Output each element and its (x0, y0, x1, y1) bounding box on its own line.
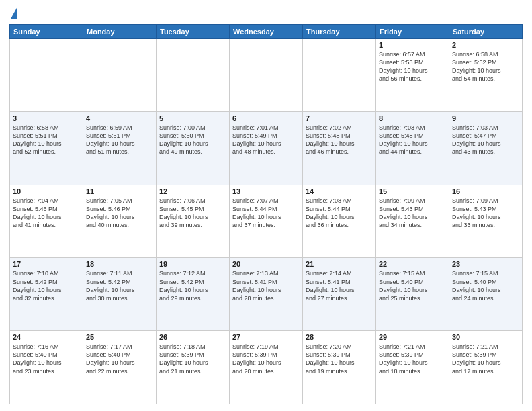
day-info: Sunrise: 6:58 AM Sunset: 5:52 PM Dayligh… (452, 50, 519, 83)
calendar-col-monday: Monday (83, 25, 157, 39)
day-number: 18 (86, 260, 153, 268)
calendar-cell: 26Sunrise: 7:18 AM Sunset: 5:39 PM Dayli… (157, 331, 230, 404)
day-info: Sunrise: 7:08 AM Sunset: 5:44 PM Dayligh… (306, 197, 373, 230)
day-number: 1 (379, 41, 446, 49)
calendar-cell: 23Sunrise: 7:15 AM Sunset: 5:40 PM Dayli… (449, 258, 523, 331)
day-number: 7 (306, 114, 373, 122)
day-info: Sunrise: 7:20 AM Sunset: 5:39 PM Dayligh… (306, 342, 373, 375)
calendar-cell: 7Sunrise: 7:02 AM Sunset: 5:48 PM Daylig… (303, 111, 376, 185)
day-info: Sunrise: 6:59 AM Sunset: 5:51 PM Dayligh… (86, 124, 153, 156)
day-number: 28 (306, 333, 373, 341)
calendar-cell (303, 39, 376, 112)
calendar-cell: 9Sunrise: 7:03 AM Sunset: 5:47 PM Daylig… (449, 111, 523, 185)
day-number: 30 (452, 333, 519, 341)
day-number: 15 (379, 187, 446, 195)
day-number: 24 (13, 333, 80, 341)
calendar-cell (10, 39, 83, 112)
page: SundayMondayTuesdayWednesdayThursdayFrid… (0, 0, 532, 411)
day-info: Sunrise: 7:15 AM Sunset: 5:40 PM Dayligh… (379, 269, 446, 302)
day-info: Sunrise: 7:17 AM Sunset: 5:40 PM Dayligh… (86, 342, 153, 375)
calendar-cell: 19Sunrise: 7:12 AM Sunset: 5:42 PM Dayli… (157, 258, 230, 331)
day-number: 23 (452, 260, 519, 268)
calendar-cell: 21Sunrise: 7:14 AM Sunset: 5:41 PM Dayli… (303, 258, 376, 331)
calendar-week-row: 24Sunrise: 7:16 AM Sunset: 5:40 PM Dayli… (10, 331, 523, 404)
calendar-cell: 16Sunrise: 7:09 AM Sunset: 5:43 PM Dayli… (449, 185, 523, 258)
calendar-cell: 18Sunrise: 7:11 AM Sunset: 5:42 PM Dayli… (83, 258, 157, 331)
calendar-cell: 17Sunrise: 7:10 AM Sunset: 5:42 PM Dayli… (10, 258, 83, 331)
day-info: Sunrise: 7:21 AM Sunset: 5:39 PM Dayligh… (452, 342, 519, 375)
day-info: Sunrise: 7:01 AM Sunset: 5:49 PM Dayligh… (232, 124, 300, 156)
day-number: 22 (379, 260, 446, 268)
day-number: 8 (379, 114, 446, 122)
day-info: Sunrise: 7:00 AM Sunset: 5:50 PM Dayligh… (159, 124, 226, 156)
header (9, 7, 523, 19)
day-number: 21 (306, 260, 373, 268)
day-number: 20 (232, 260, 300, 268)
calendar-week-row: 10Sunrise: 7:04 AM Sunset: 5:46 PM Dayli… (10, 185, 523, 258)
calendar-col-wednesday: Wednesday (230, 25, 303, 39)
day-info: Sunrise: 7:11 AM Sunset: 5:42 PM Dayligh… (86, 269, 153, 302)
day-info: Sunrise: 6:57 AM Sunset: 5:53 PM Dayligh… (379, 50, 446, 83)
calendar-cell: 2Sunrise: 6:58 AM Sunset: 5:52 PM Daylig… (449, 39, 523, 112)
calendar-cell (157, 39, 230, 112)
logo-triangle-icon (11, 7, 17, 19)
calendar-cell: 25Sunrise: 7:17 AM Sunset: 5:40 PM Dayli… (83, 331, 157, 404)
day-info: Sunrise: 7:12 AM Sunset: 5:42 PM Dayligh… (159, 269, 226, 302)
calendar-cell: 30Sunrise: 7:21 AM Sunset: 5:39 PM Dayli… (449, 331, 523, 404)
day-info: Sunrise: 7:13 AM Sunset: 5:41 PM Dayligh… (232, 269, 300, 302)
calendar-col-thursday: Thursday (303, 25, 376, 39)
day-number: 9 (452, 114, 519, 122)
day-info: Sunrise: 7:04 AM Sunset: 5:46 PM Dayligh… (13, 197, 80, 230)
calendar-cell (230, 39, 303, 112)
day-number: 16 (452, 187, 519, 195)
calendar-week-row: 17Sunrise: 7:10 AM Sunset: 5:42 PM Dayli… (10, 258, 523, 331)
calendar-cell: 4Sunrise: 6:59 AM Sunset: 5:51 PM Daylig… (83, 111, 157, 185)
day-number: 14 (306, 187, 373, 195)
day-number: 27 (232, 333, 300, 341)
day-number: 25 (86, 333, 153, 341)
day-info: Sunrise: 7:21 AM Sunset: 5:39 PM Dayligh… (379, 342, 446, 375)
day-info: Sunrise: 7:19 AM Sunset: 5:39 PM Dayligh… (232, 342, 300, 375)
calendar-cell: 11Sunrise: 7:05 AM Sunset: 5:46 PM Dayli… (83, 185, 157, 258)
calendar-header-row: SundayMondayTuesdayWednesdayThursdayFrid… (10, 25, 523, 39)
calendar-cell (83, 39, 157, 112)
day-number: 19 (159, 260, 226, 268)
calendar-cell: 20Sunrise: 7:13 AM Sunset: 5:41 PM Dayli… (230, 258, 303, 331)
day-number: 17 (13, 260, 80, 268)
calendar-col-sunday: Sunday (10, 25, 83, 39)
calendar-cell: 15Sunrise: 7:09 AM Sunset: 5:43 PM Dayli… (376, 185, 449, 258)
day-number: 12 (159, 187, 226, 195)
day-number: 6 (232, 114, 300, 122)
day-number: 2 (452, 41, 519, 49)
day-info: Sunrise: 7:16 AM Sunset: 5:40 PM Dayligh… (13, 342, 80, 375)
calendar-week-row: 1Sunrise: 6:57 AM Sunset: 5:53 PM Daylig… (10, 39, 523, 112)
calendar-cell: 24Sunrise: 7:16 AM Sunset: 5:40 PM Dayli… (10, 331, 83, 404)
calendar-cell: 5Sunrise: 7:00 AM Sunset: 5:50 PM Daylig… (157, 111, 230, 185)
calendar-cell: 14Sunrise: 7:08 AM Sunset: 5:44 PM Dayli… (303, 185, 376, 258)
day-number: 11 (86, 187, 153, 195)
day-number: 13 (232, 187, 300, 195)
calendar-cell: 8Sunrise: 7:03 AM Sunset: 5:48 PM Daylig… (376, 111, 449, 185)
day-number: 29 (379, 333, 446, 341)
day-number: 3 (13, 114, 80, 122)
day-info: Sunrise: 7:06 AM Sunset: 5:45 PM Dayligh… (159, 197, 226, 230)
calendar-week-row: 3Sunrise: 6:58 AM Sunset: 5:51 PM Daylig… (10, 111, 523, 185)
day-number: 5 (159, 114, 226, 122)
day-info: Sunrise: 7:07 AM Sunset: 5:44 PM Dayligh… (232, 197, 300, 230)
day-number: 4 (86, 114, 153, 122)
day-info: Sunrise: 7:15 AM Sunset: 5:40 PM Dayligh… (452, 269, 519, 302)
calendar-col-saturday: Saturday (449, 25, 523, 39)
calendar-cell: 28Sunrise: 7:20 AM Sunset: 5:39 PM Dayli… (303, 331, 376, 404)
day-info: Sunrise: 7:02 AM Sunset: 5:48 PM Dayligh… (306, 124, 373, 156)
logo (9, 7, 17, 19)
day-info: Sunrise: 7:03 AM Sunset: 5:47 PM Dayligh… (452, 124, 519, 156)
calendar-col-tuesday: Tuesday (157, 25, 230, 39)
day-number: 10 (13, 187, 80, 195)
day-info: Sunrise: 7:09 AM Sunset: 5:43 PM Dayligh… (379, 197, 446, 230)
calendar-cell: 13Sunrise: 7:07 AM Sunset: 5:44 PM Dayli… (230, 185, 303, 258)
day-info: Sunrise: 7:18 AM Sunset: 5:39 PM Dayligh… (159, 342, 226, 375)
calendar-cell: 1Sunrise: 6:57 AM Sunset: 5:53 PM Daylig… (376, 39, 449, 112)
calendar-table: SundayMondayTuesdayWednesdayThursdayFrid… (9, 24, 523, 404)
calendar-cell: 3Sunrise: 6:58 AM Sunset: 5:51 PM Daylig… (10, 111, 83, 185)
day-info: Sunrise: 7:05 AM Sunset: 5:46 PM Dayligh… (86, 197, 153, 230)
